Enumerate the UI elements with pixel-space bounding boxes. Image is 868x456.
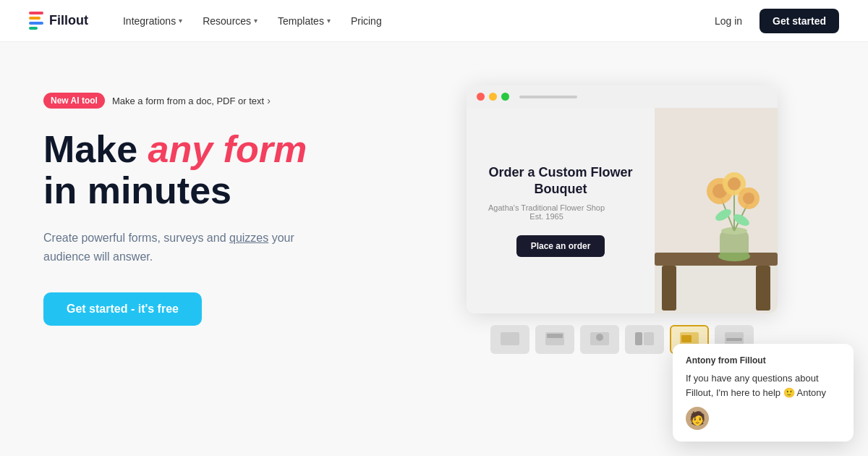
arrow-right-icon: › <box>267 95 271 106</box>
navbar: Fillout Integrations ▾ Resources ▾ Templ… <box>0 0 868 42</box>
form-title: Order a Custom Flower Bouquet <box>488 164 633 198</box>
form-content: Order a Custom Flower Bouquet Agatha's T… <box>467 108 778 313</box>
get-started-nav-button[interactable]: Get started <box>760 9 839 33</box>
svg-rect-22 <box>596 334 603 341</box>
chat-widget: Antony from Fillout If you have any ques… <box>673 344 854 442</box>
thumbnail-1[interactable] <box>490 325 529 354</box>
svg-rect-28 <box>726 338 742 341</box>
window-dot-yellow <box>489 93 497 101</box>
chevron-down-icon: ▾ <box>254 17 258 25</box>
form-image-col <box>655 108 778 313</box>
window-tab <box>519 96 577 98</box>
chat-message: If you have any questions about Fillout,… <box>686 371 841 400</box>
svg-rect-18 <box>501 332 519 345</box>
nav-templates[interactable]: Templates ▾ <box>269 11 339 31</box>
main-wrapper: New AI tool Make a form from a doc, PDF … <box>0 42 868 456</box>
window-dot-red <box>477 93 485 101</box>
logo-text: Fillout <box>49 13 88 28</box>
login-button[interactable]: Log in <box>706 11 751 31</box>
flower-illustration <box>655 108 778 311</box>
ai-badge-row: New AI tool Make a form from a doc, PDF … <box>43 93 391 109</box>
thumbnail-3[interactable] <box>580 325 619 354</box>
chevron-down-icon: ▾ <box>179 17 182 25</box>
ai-badge: New AI tool <box>43 93 105 109</box>
hero-right: Order a Custom Flower Bouquet Agatha's T… <box>420 78 825 354</box>
cta-button[interactable]: Get started - it's free <box>43 292 202 326</box>
hero-subtext: Create powerful forms, surveys and quizz… <box>43 229 318 266</box>
nav-links: Integrations ▾ Resources ▾ Templates ▾ P… <box>114 11 706 31</box>
nav-pricing[interactable]: Pricing <box>342 11 391 31</box>
chat-agent-name: Antony from Fillout <box>686 355 841 366</box>
logo-icon <box>29 12 43 30</box>
window-bar <box>467 85 778 108</box>
hero-left: New AI tool Make a form from a doc, PDF … <box>43 78 391 326</box>
svg-rect-1 <box>662 266 676 311</box>
form-preview-window: Order a Custom Flower Bouquet Agatha's T… <box>467 85 778 313</box>
chevron-down-icon: ▾ <box>327 17 331 25</box>
form-cta-button[interactable]: Place an order <box>516 235 605 257</box>
svg-rect-24 <box>644 332 654 345</box>
form-text-col: Order a Custom Flower Bouquet Agatha's T… <box>467 108 655 313</box>
svg-rect-26 <box>681 335 692 342</box>
window-dot-green <box>501 93 509 101</box>
svg-rect-0 <box>655 253 778 266</box>
svg-rect-23 <box>635 332 642 345</box>
hero-headline: Make any formin minutes <box>43 129 391 211</box>
svg-rect-17 <box>655 108 778 253</box>
nav-resources[interactable]: Resources ▾ <box>194 11 266 31</box>
chat-avatar: 🧑 <box>686 407 709 430</box>
logo[interactable]: Fillout <box>29 12 88 30</box>
quizzes-link[interactable]: quizzes <box>229 232 268 244</box>
nav-actions: Log in Get started <box>706 9 839 33</box>
svg-rect-20 <box>547 334 563 338</box>
thumbnail-4[interactable] <box>625 325 664 354</box>
thumbnail-2[interactable] <box>535 325 574 354</box>
svg-rect-2 <box>756 266 770 311</box>
nav-integrations[interactable]: Integrations ▾ <box>114 11 191 31</box>
form-shop-name: Agatha's Traditional Flower Shop Est. 19… <box>488 203 605 221</box>
ai-tool-link[interactable]: Make a form from a doc, PDF or text › <box>112 95 271 106</box>
